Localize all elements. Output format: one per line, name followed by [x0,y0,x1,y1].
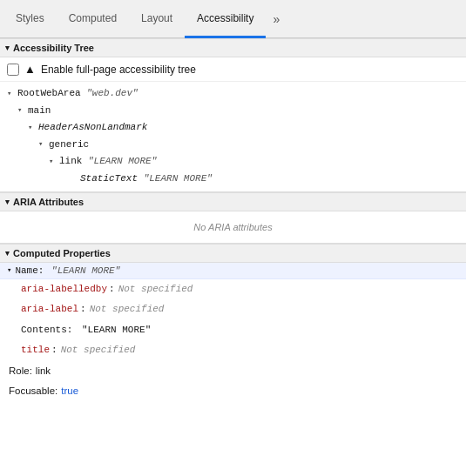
prop-value: Not specified [90,302,165,318]
colon: : [51,343,57,359]
tree-node-text: link "LEARN MORE" [59,154,157,170]
role-key: Role: [9,363,32,380]
tree-toggle[interactable]: ▾ [28,122,38,134]
tab-bar: Styles Computed Layout Accessibility » [0,0,466,38]
tab-layout[interactable]: Layout [129,0,185,38]
tree-toggle[interactable]: ▾ [49,156,59,168]
triangle-icon: ▾ [5,44,10,52]
colon: : [109,282,115,298]
tree-node-text: main [28,104,51,119]
tree-row[interactable]: StaticText "LEARN MORE" [0,171,466,188]
filter-icon: ▲ [24,63,36,76]
name-row[interactable]: ▾ Name: "LEARN MORE" [0,263,466,279]
role-value: link [36,363,51,380]
tree-row[interactable]: ▾ HeaderAsNonLandmark [0,119,466,137]
computed-property-row: Contents : "LEARN MORE" [0,320,466,341]
prop-value: "LEARN MORE" [82,323,151,339]
computed-section: ▾ Name: "LEARN MORE" aria-labelledby : N… [0,263,466,402]
focusable-key: Focusable: [9,383,57,400]
prop-key: title [21,343,50,359]
triangle-icon: ▾ [5,249,10,258]
computed-property-row: aria-labelledby : Not specified [0,279,466,300]
computed-property-row: title : Not specified [0,340,466,361]
tab-accessibility[interactable]: Accessibility [185,0,266,38]
aria-attributes-header[interactable]: ▾ ARIA Attributes [0,192,466,211]
prop-key: aria-labelledby [21,282,107,298]
computed-properties-title: Computed Properties [13,248,111,258]
prop-key: aria-label [21,302,78,318]
tree-node-text: HeaderAsNonLandmark [38,120,147,136]
triangle-icon: ▾ [7,265,11,275]
focusable-row: Focusable: true [0,381,466,402]
tree-node-text: generic [49,137,89,153]
tree-row[interactable]: ▾ generic [0,137,466,154]
tab-more[interactable]: » [266,0,287,37]
focusable-value: true [61,383,78,400]
computed-properties-header[interactable]: ▾ Computed Properties [0,244,466,263]
tree-row[interactable]: ▾ link "LEARN MORE" [0,153,466,171]
tab-computed[interactable]: Computed [57,0,129,38]
accessibility-tree: ▾ RootWebArea "web.dev" ▾ main ▾ HeaderA… [0,82,466,192]
computed-property-row: aria-label : Not specified [0,299,466,320]
colon: : [80,302,86,318]
tree-node-text: RootWebArea "web.dev" [17,86,138,102]
accessibility-tree-header[interactable]: ▾ Accessibility Tree [0,38,466,57]
tree-row[interactable]: ▾ RootWebArea "web.dev" [0,85,466,103]
prop-key: Contents [21,323,67,339]
role-row: Role: link [0,361,466,382]
tree-node-text: StaticText "LEARN MORE" [80,171,213,187]
tab-styles[interactable]: Styles [3,0,57,38]
tree-toggle[interactable]: ▾ [17,104,28,117]
tree-toggle[interactable]: ▾ [38,138,49,151]
colon: : [67,323,78,339]
accessibility-tree-title: Accessibility Tree [13,43,94,53]
panel: ▾ Accessibility Tree ▲ Enable full-page … [0,38,466,476]
name-value: "LEARN MORE" [51,265,120,276]
tree-toggle[interactable]: ▾ [7,88,17,100]
enable-checkbox[interactable] [7,64,19,76]
aria-empty-message: No ARIA attributes [0,211,466,244]
tree-row[interactable]: ▾ main [0,103,466,120]
aria-attributes-title: ARIA Attributes [13,197,84,207]
enable-label: Enable full-page accessibility tree [41,64,196,76]
triangle-icon: ▾ [5,198,10,206]
prop-value: Not specified [61,343,136,359]
name-key: Name: [15,265,44,276]
prop-value: Not specified [118,282,193,298]
enable-row: ▲ Enable full-page accessibility tree [0,57,466,82]
